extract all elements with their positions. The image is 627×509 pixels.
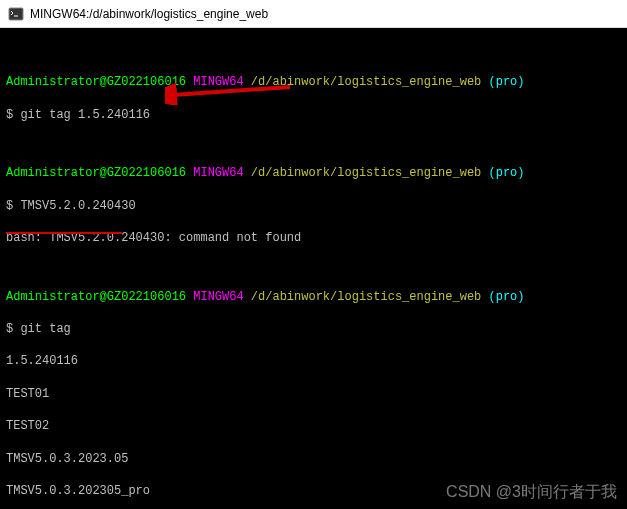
window-title: MINGW64:/d/abinwork/logistics_engine_web: [30, 7, 268, 21]
terminal-icon: [8, 6, 24, 22]
tag-output: TMSV5.0.3.2023.05: [6, 451, 621, 467]
command-line: $ git tag: [6, 321, 621, 337]
command-line: $ TMSV5.2.0.240430: [6, 198, 621, 214]
window-titlebar: MINGW64:/d/abinwork/logistics_engine_web: [0, 0, 627, 28]
svg-rect-0: [9, 8, 23, 20]
tag-output: 1.5.240116: [6, 353, 621, 369]
command-line: $ git tag 1.5.240116: [6, 107, 621, 123]
tag-output: TEST02: [6, 418, 621, 434]
terminal-body[interactable]: Administrator@GZ022106016 MINGW64 /d/abi…: [0, 28, 627, 509]
prompt-line: Administrator@GZ022106016 MINGW64 /d/abi…: [6, 289, 621, 305]
tag-output: TEST01: [6, 386, 621, 402]
prompt-line: Administrator@GZ022106016 MINGW64 /d/abi…: [6, 74, 621, 90]
error-output: bash: TMSV5.2.0.240430: command not foun…: [6, 230, 621, 246]
prompt-line: Administrator@GZ022106016 MINGW64 /d/abi…: [6, 165, 621, 181]
tag-output: TMSV5.0.3.202305_pro: [6, 483, 621, 499]
